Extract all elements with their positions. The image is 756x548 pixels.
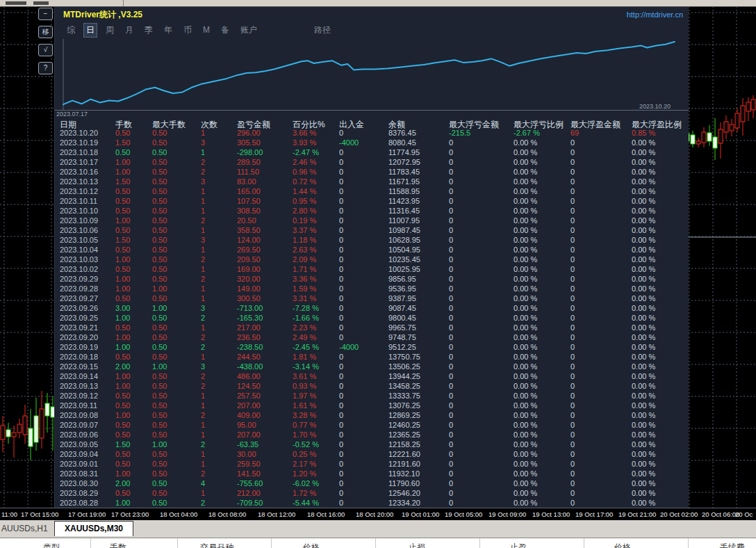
menu-item-2[interactable]: 日 [84,24,97,37]
table-row[interactable]: 2023.09.201.000.502236.502.49 %09748.750… [55,333,689,343]
table-cell: 0 [449,314,513,323]
table-cell: 2023.09.20 [60,333,115,343]
table-cell: 1.00 [115,343,152,353]
table-cell: 0.00 % [632,479,687,489]
table-cell: 4 [201,479,237,489]
table-row[interactable]: 2023.09.060.500.501207.001.70 %012365.25… [55,430,689,440]
table-cell: 0 [570,148,632,158]
table-row[interactable]: 2023.10.020.500.501169.001.71 %010025.95… [55,265,689,275]
table-cell: 0 [339,255,388,265]
tab-xauusd-h1[interactable]: AUUSDs,H1 [1,524,48,533]
table-cell: 0.50 [152,323,201,333]
table-row[interactable]: 2023.09.281.001.001149.001.59 %09536.950… [55,284,689,294]
menu-item-path[interactable]: 路径 [312,24,333,37]
minimize-button[interactable]: − [38,8,53,20]
terminal-column-header: 手续费 [720,542,745,548]
table-row[interactable]: 2023.10.051.500.503124.001.18 %010628.95… [55,236,689,245]
table-cell: 9965.75 [388,323,449,333]
table-row[interactable]: 2023.09.081.000.502409.003.28 %012869.25… [55,411,689,421]
table-cell: 0 [339,460,388,469]
table-row[interactable]: 2023.10.110.500.501107.500.95 %011423.95… [55,197,689,207]
table-cell: 0 [339,499,388,508]
table-cell: 0.00 % [632,392,687,401]
table-cell: 0 [449,450,513,460]
table-cell: 2.49 % [293,333,339,343]
table-cell: 0.50 [152,187,201,197]
table-cell: 0 [339,430,388,440]
table-cell: 0 [339,353,388,362]
menu-item-6[interactable]: 年 [162,24,174,37]
table-row[interactable]: 2023.08.281.000.502-709.50-5.44 %012334.… [55,499,689,508]
table-row[interactable]: 2023.09.131.000.502124.500.93 %013458.25… [55,382,689,392]
table-row[interactable]: 2023.08.302.000.504-755.60-6.02 %011790.… [55,479,689,489]
table-row[interactable]: 2023.08.290.500.501212.001.72 %012546.20… [55,489,689,499]
table-cell: 1 [201,421,237,430]
chart-start-date: 2023.07.17 [56,111,88,118]
confirm-button[interactable]: √ [38,44,53,56]
time-axis-label: 19 Oct 21:00 [618,510,656,518]
table-row[interactable]: 2023.09.152.001.003-438.00-3.14 %013506.… [55,362,689,372]
table-cell: 0 [570,177,632,187]
menu-item-5[interactable]: 季 [142,24,155,37]
table-row[interactable]: 2023.10.091.000.50220.500.19 %011007.950… [55,216,689,226]
table-cell: 11588.95 [388,187,449,197]
table-row[interactable]: 2023.08.311.000.502141.501.20 %011932.10… [55,469,689,479]
menu-item-4[interactable]: 月 [123,24,135,37]
table-row[interactable]: 2023.09.270.500.501300.503.31 %09387.950… [55,294,689,304]
menu-item-7[interactable]: 币 [181,24,194,37]
table-row[interactable]: 2023.09.210.500.501217.002.23 %09965.750… [55,323,689,333]
menu-item-10[interactable]: 账户 [238,24,259,37]
table-row[interactable]: 2023.10.171.000.502289.502.46 %012072.95… [55,158,689,168]
mtdriver-link[interactable]: http://mtdriver.cn [627,10,683,19]
table-row[interactable]: 2023.09.040.500.50130.000.25 %012221.600… [55,450,689,460]
menu-item-1[interactable]: 综 [65,24,77,37]
table-cell: 1.97 % [293,392,339,401]
table-row[interactable]: 2023.10.131.500.50383.000.72 %011671.950… [55,177,689,187]
table-row[interactable]: 2023.09.191.000.502-238.50-2.45 %-400095… [55,343,689,353]
table-cell: 1 [201,226,237,236]
table-cell: -6.02 % [293,479,339,489]
table-cell: 0.50 [115,265,152,275]
table-cell: 0 [339,216,388,226]
table-cell: 0 [570,450,632,460]
table-row[interactable]: 2023.10.100.500.501308.502.80 %011316.45… [55,207,689,216]
menu-item-9[interactable]: 备 [219,24,231,37]
table-cell: 0 [339,469,388,479]
table-row[interactable]: 2023.10.040.500.501269.502.63 %010504.95… [55,245,689,255]
table-cell: 0.00 % [513,479,570,489]
table-row[interactable]: 2023.10.200.500.501296.003.66 %08376.45-… [55,129,689,138]
table-row[interactable]: 2023.09.070.500.50195.000.77 %012460.250… [55,421,689,430]
table-cell: 2.17 % [293,460,339,469]
table-row[interactable]: 2023.09.291.000.502320.003.36 %09856.950… [55,275,689,284]
panel-side-buttons: −移√? [38,8,53,74]
table-cell: 169.00 [237,265,293,275]
table-cell: 0 [570,411,632,421]
table-row[interactable]: 2023.09.263.001.003-713.00-7.28 %09087.4… [55,304,689,314]
table-cell: 0.00 % [513,382,570,392]
table-row[interactable]: 2023.10.031.000.502209.502.09 %010235.45… [55,255,689,265]
table-row[interactable]: 2023.10.060.500.501358.503.37 %010987.45… [55,226,689,236]
table-row[interactable]: 2023.09.120.500.501257.501.97 %013333.75… [55,392,689,401]
table-cell: 1 [201,187,237,197]
toolbar-separator [123,0,124,6]
menu-item-3[interactable]: 周 [104,24,116,37]
table-row[interactable]: 2023.10.191.500.503305.503.93 %-40008080… [55,138,689,148]
table-row[interactable]: 2023.09.110.500.501207.001.61 %013076.25… [55,401,689,411]
move-button[interactable]: 移 [38,26,53,38]
menu-item-8[interactable]: M [201,24,212,35]
table-cell: 9536.95 [388,284,449,294]
table-cell: 0.50 [152,216,201,226]
table-row[interactable]: 2023.09.180.500.501244.501.81 %013750.75… [55,353,689,362]
table-row[interactable]: 2023.10.120.500.501165.001.44 %011588.95… [55,187,689,197]
table-row[interactable]: 2023.10.180.500.501-298.00-2.47 %011774.… [55,148,689,158]
table-row[interactable]: 2023.09.141.000.502486.003.61 %013944.25… [55,372,689,382]
table-cell: 0.00 % [632,460,687,469]
time-axis-label: 18 Oct 16:00 [307,510,345,518]
help-button[interactable]: ? [38,62,53,74]
tab-xauusd-m30[interactable]: XAUUSDs,M30 [54,521,133,536]
table-row[interactable]: 2023.09.010.500.501259.502.17 %012191.60… [55,460,689,469]
table-row[interactable]: 2023.09.051.501.002-63.35-0.52 %012158.2… [55,440,689,450]
table-cell: 0.25 % [293,450,339,460]
table-row[interactable]: 2023.10.161.000.502111.500.96 %011783.45… [55,168,689,177]
table-row[interactable]: 2023.09.251.000.502-165.30-1.66 %09800.4… [55,314,689,323]
